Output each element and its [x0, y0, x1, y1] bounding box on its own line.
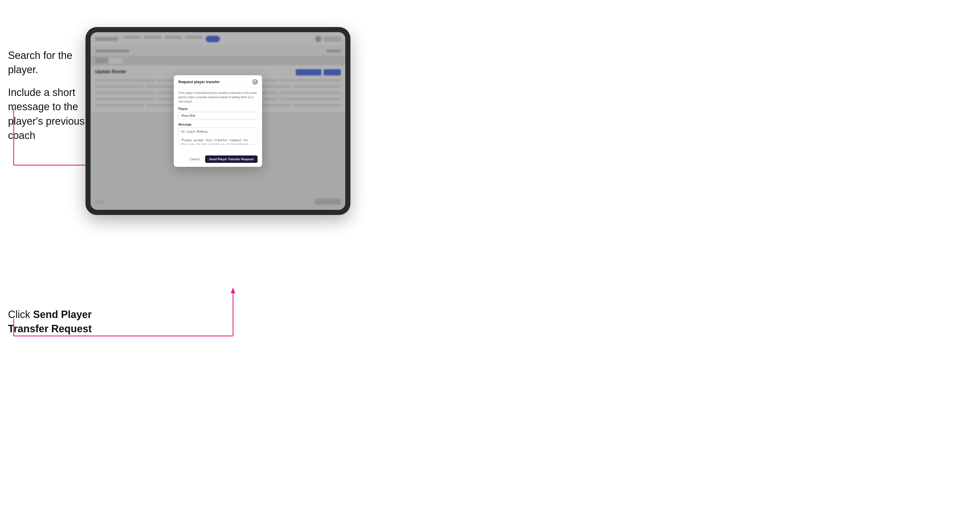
modal-body: If the player is transferring from anoth… — [174, 87, 262, 152]
send-transfer-request-button[interactable]: Send Player Transfer Request — [205, 156, 258, 163]
message-textarea[interactable]: Hi Coach McHarg, Please accept this tran… — [178, 127, 258, 144]
player-label: Player — [178, 107, 258, 111]
modal-title: Request player transfer — [178, 80, 220, 84]
modal-footer: Cancel Send Player Transfer Request — [174, 152, 262, 167]
svg-marker-6 — [231, 287, 235, 293]
annotation-click: Click Send Player Transfer Request — [8, 308, 99, 336]
request-transfer-modal: Request player transfer ✕ If the player … — [174, 75, 262, 167]
modal-header: Request player transfer ✕ — [174, 75, 262, 87]
cancel-button[interactable]: Cancel — [187, 156, 202, 162]
message-form-group: Message Hi Coach McHarg, Please accept t… — [178, 123, 258, 146]
player-input[interactable] — [178, 112, 258, 119]
player-form-group: Player — [178, 107, 258, 119]
modal-close-button[interactable]: ✕ — [252, 79, 258, 84]
modal-overlay: Request player transfer ✕ If the player … — [91, 32, 345, 210]
message-label: Message — [178, 123, 258, 126]
tablet-device: Update Roster — [86, 27, 350, 215]
modal-description: If the player is transferring from anoth… — [178, 91, 258, 104]
tablet-screen: Update Roster — [91, 32, 345, 210]
annotation-search: Search for the player. — [8, 48, 88, 77]
